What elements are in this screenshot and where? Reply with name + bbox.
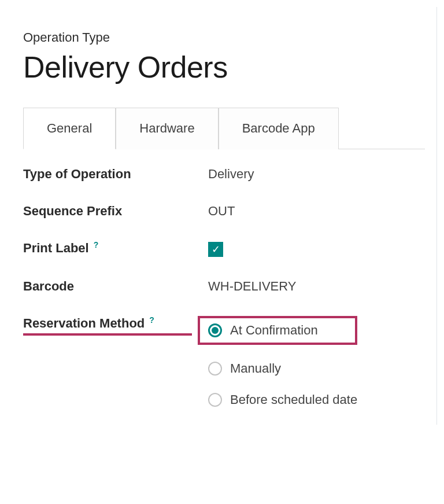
tab-bar: General Hardware Barcode App	[23, 108, 425, 149]
label-print-label-text: Print Label	[23, 241, 89, 256]
form-panel: Operation Type Delivery Orders General H…	[7, 7, 437, 425]
tab-general[interactable]: General	[23, 108, 116, 149]
radio-label-manually: Manually	[230, 361, 281, 376]
label-print-label: Print Label ?	[23, 241, 208, 256]
label-barcode: Barcode	[23, 279, 208, 294]
radio-option-manually[interactable]: Manually	[208, 361, 357, 376]
radio-icon	[208, 323, 222, 337]
radio-icon	[208, 393, 222, 407]
label-reservation-method-text: Reservation Method	[23, 316, 145, 331]
checkbox-print-label[interactable]: ✓	[208, 242, 223, 257]
page-title: Delivery Orders	[23, 50, 425, 84]
help-icon[interactable]: ?	[94, 240, 99, 249]
radio-option-before-scheduled-date[interactable]: Before scheduled date	[208, 392, 357, 407]
row-sequence-prefix: Sequence Prefix OUT	[23, 204, 425, 219]
row-barcode: Barcode WH-DELIVERY	[23, 279, 425, 294]
annotation-highlight-box: At Confirmation	[198, 316, 357, 345]
label-reservation-method: Reservation Method ?	[23, 316, 208, 331]
tab-hardware[interactable]: Hardware	[116, 108, 218, 149]
radio-group-reservation-method: At Confirmation Manually Before schedule…	[208, 316, 357, 407]
radio-label-before-scheduled-date: Before scheduled date	[230, 392, 357, 407]
tab-barcode-app[interactable]: Barcode App	[219, 108, 339, 149]
radio-option-at-confirmation[interactable]: At Confirmation	[208, 323, 318, 338]
annotation-underline	[23, 333, 192, 336]
help-icon[interactable]: ?	[149, 315, 154, 325]
breadcrumb: Operation Type	[23, 30, 425, 45]
value-type-of-operation[interactable]: Delivery	[208, 167, 254, 182]
row-reservation-method: Reservation Method ? At Confirmation Man…	[23, 316, 425, 407]
label-sequence-prefix: Sequence Prefix	[23, 204, 208, 219]
row-print-label: Print Label ? ✓	[23, 241, 425, 257]
radio-icon	[208, 362, 222, 376]
row-type-of-operation: Type of Operation Delivery	[23, 167, 425, 182]
label-type-of-operation: Type of Operation	[23, 167, 208, 182]
value-sequence-prefix[interactable]: OUT	[208, 204, 235, 219]
value-barcode[interactable]: WH-DELIVERY	[208, 279, 296, 294]
radio-label-at-confirmation: At Confirmation	[230, 323, 318, 338]
checkmark-icon: ✓	[212, 243, 220, 256]
